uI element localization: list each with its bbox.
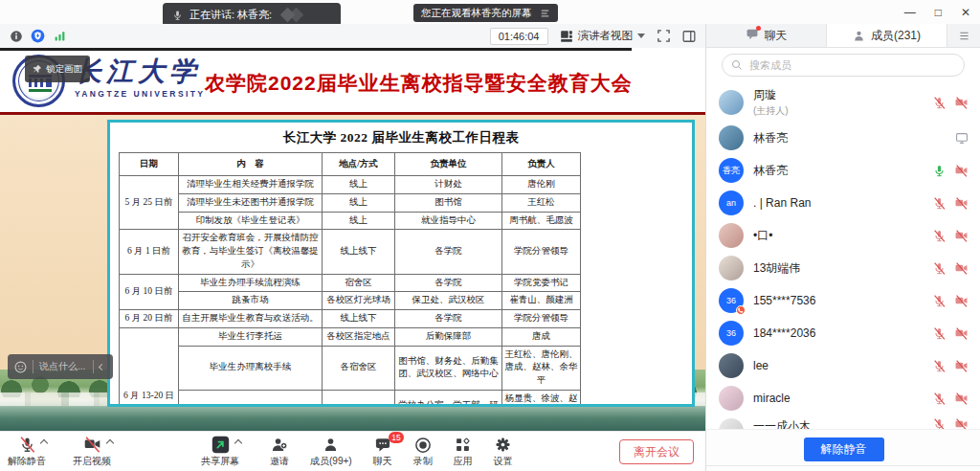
- fullscreen-icon[interactable]: [657, 29, 671, 43]
- cam-off-icon[interactable]: [954, 230, 969, 242]
- schedule-cell-place: 线上线下: [323, 230, 395, 274]
- schedule-table-head: 日期内 容地点/方式负责单位负责人: [120, 153, 581, 176]
- member-row[interactable]: 一一成小木: [706, 415, 980, 429]
- avatar: [719, 256, 744, 280]
- member-row[interactable]: lee: [706, 349, 980, 382]
- mic-off-icon[interactable]: [933, 97, 946, 109]
- member-row[interactable]: an. | Ran Ran: [706, 187, 980, 219]
- avatar: [719, 353, 744, 378]
- schedule-cell-person: 唐成: [502, 327, 581, 346]
- member-row[interactable]: 36184****2036: [706, 317, 980, 349]
- mic-off-icon[interactable]: [933, 197, 946, 210]
- cam-off-icon[interactable]: [954, 418, 969, 429]
- schedule-cell-person: 崔青山、颜建洲: [502, 292, 581, 310]
- schedule-cell-place: 线上线下: [323, 310, 395, 328]
- schedule-cell-content: 跳蚤市场: [179, 292, 323, 310]
- toolbar-button-label: 应用: [454, 455, 473, 468]
- close-button[interactable]: ✕: [961, 7, 970, 18]
- leave-meeting-button[interactable]: 离开会议: [619, 439, 694, 464]
- tab-chat[interactable]: 聊天: [706, 24, 827, 47]
- member-row[interactable]: 林香亮: [706, 122, 980, 154]
- mic-off-icon[interactable]: [933, 230, 946, 242]
- chevron-up-icon[interactable]: [39, 439, 47, 447]
- avatar: [719, 90, 744, 115]
- mic-off-icon[interactable]: [933, 327, 946, 340]
- schedule-row: 清理毕业生未还图书并通报学院线上图书馆王红松: [120, 193, 581, 212]
- minimize-button[interactable]: —: [904, 7, 916, 18]
- schedule-cell-place: 各宿舍区: [323, 346, 395, 390]
- toolbar-button-invite[interactable]: 邀请: [270, 436, 289, 468]
- cam-off-icon[interactable]: [954, 360, 969, 372]
- cam-off-icon[interactable]: [954, 392, 969, 405]
- quick-chat-bar[interactable]: 说点什么...: [8, 354, 113, 379]
- toolbar-button-label: 成员(99+): [310, 455, 352, 468]
- mic-on-icon[interactable]: [933, 165, 946, 177]
- share-screen-icon: [212, 436, 230, 454]
- toolbar-button-apps[interactable]: 应用: [454, 436, 473, 468]
- banner-menu-icon[interactable]: [540, 9, 550, 18]
- panel-menu-button[interactable]: [947, 24, 980, 47]
- toolbar-button-label: 邀请: [270, 455, 289, 468]
- maximize-button[interactable]: □: [935, 7, 942, 18]
- sidebar-panel: 聊天 成员(231) 周璇(主持人)林香亮香亮林香亮an. | Ran Ran•…: [705, 24, 980, 471]
- schedule-cell-content: 自主开展毕业生教育与欢送活动。: [179, 310, 323, 328]
- avatar: 香亮: [719, 158, 744, 183]
- layout-icon: [560, 30, 573, 43]
- toolbar-button-label: 共享屏幕: [201, 455, 239, 468]
- quick-chat-placeholder[interactable]: 说点什么...: [39, 360, 87, 373]
- unmute-button[interactable]: 解除静音: [804, 437, 884, 461]
- chevron-up-icon[interactable]: [234, 439, 241, 447]
- watching-banner[interactable]: 您正在观看林香亮的屏幕: [413, 4, 558, 22]
- member-name: 周璇: [753, 87, 924, 103]
- member-row[interactable]: 香亮林香亮: [706, 154, 980, 187]
- security-shield-icon[interactable]: [31, 29, 45, 43]
- chevron-up-icon[interactable]: [105, 439, 113, 447]
- chat-notification-dot: [756, 26, 761, 31]
- toolbar-button-settings[interactable]: 设置: [494, 436, 513, 468]
- screen-icon[interactable]: [955, 132, 969, 145]
- tab-members[interactable]: 成员(231): [827, 24, 947, 47]
- toolbar-button-chat[interactable]: 15聊天: [373, 436, 392, 468]
- mic-off-icon[interactable]: [933, 360, 946, 372]
- cam-off-icon[interactable]: [954, 295, 969, 307]
- toolbar-button-start-video[interactable]: 开启视频: [73, 436, 111, 468]
- toolbar-button-share-screen[interactable]: 共享屏幕: [201, 436, 239, 468]
- schedule-row: 6 月 10 日前毕业生办理手续流程演练宿舍区各学院学院党委书记: [120, 274, 581, 292]
- toolbar-button-record[interactable]: 录制: [413, 436, 433, 468]
- cam-off-icon[interactable]: [954, 97, 969, 109]
- pin-icon: [33, 64, 42, 74]
- document-title: 长江大学 2022 届毕业生离校工作日程表: [110, 129, 692, 146]
- share-top-border: [0, 48, 632, 51]
- cam-off-icon[interactable]: [954, 262, 969, 275]
- lock-view-label: 锁定画面: [46, 63, 82, 76]
- member-row[interactable]: 36155****7536: [706, 284, 980, 317]
- view-mode-button[interactable]: 演讲者视图: [560, 29, 646, 43]
- info-icon[interactable]: [10, 30, 23, 43]
- member-name: 林香亮: [753, 163, 924, 179]
- mic-off-icon[interactable]: [933, 262, 946, 275]
- cam-off-icon[interactable]: [954, 165, 969, 177]
- toolbar-button-unmute[interactable]: 解除静音: [8, 436, 46, 468]
- cam-off-icon[interactable]: [954, 327, 969, 340]
- speaking-text: 正在讲话: 林香亮:: [189, 8, 272, 22]
- member-row[interactable]: 周璇(主持人): [706, 83, 980, 122]
- schedule-cell-unit: 就业指导中心: [395, 212, 502, 230]
- member-search-input[interactable]: [722, 54, 965, 77]
- toolbar-button-members[interactable]: 成员(99+): [310, 436, 352, 468]
- collapse-arrow-icon[interactable]: [99, 363, 105, 370]
- mic-off-icon[interactable]: [933, 295, 946, 307]
- emoji-icon[interactable]: [14, 361, 27, 373]
- mic-off-icon[interactable]: [933, 418, 946, 429]
- lock-view-button[interactable]: 锁定画面: [25, 56, 90, 82]
- schedule-cell-content: 清理毕业生未还图书并通报学院: [179, 193, 323, 212]
- mic-off-icon[interactable]: [933, 392, 946, 405]
- schedule-cell-person: 学院党委书记: [502, 274, 581, 292]
- network-signal-icon[interactable]: [53, 30, 67, 42]
- schedule-cell-unit: 各学院: [395, 230, 502, 274]
- member-row[interactable]: miracle: [706, 382, 980, 415]
- member-row[interactable]: 13胡端伟: [706, 252, 980, 284]
- side-panel-icon[interactable]: [682, 30, 696, 43]
- schedule-row: 6 月 1 日前召开安全教育班会，开展疫情防控教育，与毕业生签订《离校温馨提示》…: [120, 230, 581, 274]
- cam-off-icon[interactable]: [954, 197, 969, 210]
- member-row[interactable]: •口•: [706, 219, 980, 252]
